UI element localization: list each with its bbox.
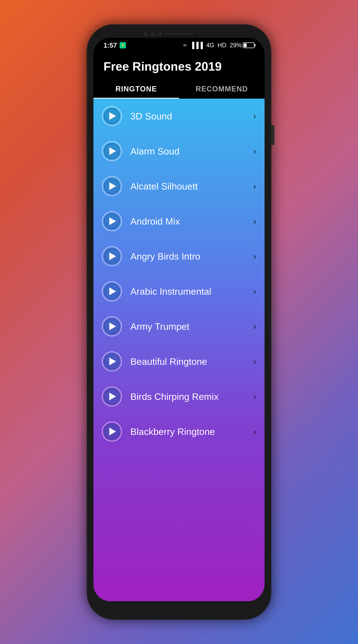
network-type: 4G <box>206 42 214 49</box>
chevron-icon-9: › <box>253 427 256 436</box>
status-right: ≈ ▐▐▐ 4G HD 29% <box>183 42 254 49</box>
power-button[interactable] <box>271 125 274 145</box>
app-header: Free Ringtones 2019 <box>94 53 264 80</box>
camera-dot-2 <box>151 32 155 36</box>
ringtone-list: 3D Sound › Alarm Soud › Al <box>94 98 264 449</box>
list-item[interactable]: Android Mix › <box>94 204 264 239</box>
play-icon-2 <box>110 182 116 190</box>
play-icon-5 <box>110 288 116 295</box>
play-icon-4 <box>110 252 116 260</box>
chevron-icon-6: › <box>253 322 256 331</box>
app-title: Free Ringtones 2019 <box>104 60 254 73</box>
tab-bar: RINGTONE RECOMMEND <box>94 80 264 98</box>
battery-icon <box>243 42 254 48</box>
ringtone-name-1: Alarm Soud <box>130 146 253 157</box>
play-icon-6 <box>110 323 116 330</box>
play-icon-9 <box>110 428 116 435</box>
play-button-5[interactable] <box>102 281 122 301</box>
play-button-2[interactable] <box>102 176 122 196</box>
chevron-icon-3: › <box>253 216 256 226</box>
play-button-4[interactable] <box>102 246 122 266</box>
list-item[interactable]: Army Trumpet › <box>94 309 264 344</box>
list-item[interactable]: Beautiful Ringtone › <box>94 344 264 379</box>
chevron-icon-8: › <box>253 392 256 401</box>
play-button-8[interactable] <box>102 386 122 406</box>
chevron-icon-1: › <box>253 146 256 156</box>
ringtone-name-8: Birds Chirping Remix <box>130 391 253 402</box>
list-item[interactable]: Angry Birds Intro › <box>94 239 264 274</box>
list-item[interactable]: Arabic Instrumental › <box>94 274 264 309</box>
ringtone-name-0: 3D Sound <box>130 111 253 122</box>
play-button-7[interactable] <box>102 351 122 372</box>
play-icon-1 <box>110 148 116 155</box>
chevron-icon-0: › <box>253 111 256 121</box>
notification-icon: ⚡ <box>120 42 126 48</box>
phone-frame: 1:57 ⚡ ≈ ▐▐▐ 4G HD 29% Free Ringto <box>87 24 271 620</box>
play-icon-7 <box>110 358 116 365</box>
list-item[interactable]: Alcatel Silhouett › <box>94 169 264 204</box>
list-item[interactable]: Blackberry Ringtone › <box>94 414 264 449</box>
chevron-icon-2: › <box>253 181 256 191</box>
phone-screen: 1:57 ⚡ ≈ ▐▐▐ 4G HD 29% Free Ringto <box>94 38 264 601</box>
list-item[interactable]: Alarm Soud › <box>94 134 264 169</box>
play-icon-8 <box>110 393 116 400</box>
chevron-icon-5: › <box>253 286 256 296</box>
ringtone-name-2: Alcatel Silhouett <box>130 181 253 192</box>
ringtone-name-6: Army Trumpet <box>130 321 253 332</box>
list-item[interactable]: Birds Chirping Remix › <box>94 379 264 414</box>
ringtone-name-5: Arabic Instrumental <box>130 286 253 297</box>
camera-area <box>144 32 162 36</box>
status-time: 1:57 <box>104 42 117 49</box>
play-button-0[interactable] <box>102 106 122 126</box>
list-item[interactable]: 3D Sound › <box>94 98 264 134</box>
play-button-6[interactable] <box>102 316 122 336</box>
signal-bars: ▐▐▐ <box>190 42 203 49</box>
play-button-1[interactable] <box>102 141 122 161</box>
status-left: 1:57 ⚡ <box>104 42 126 49</box>
hd-badge: HD <box>218 42 226 49</box>
play-button-9[interactable] <box>102 422 122 442</box>
play-icon-0 <box>110 112 116 120</box>
chevron-icon-7: › <box>253 356 256 366</box>
ringtone-name-9: Blackberry Ringtone <box>130 426 253 437</box>
tab-ringtone[interactable]: RINGTONE <box>94 80 179 98</box>
ringtone-name-4: Angry Birds Intro <box>130 251 253 262</box>
play-icon-3 <box>110 218 116 225</box>
battery-fill <box>244 44 246 47</box>
speaker-grill <box>164 33 194 35</box>
tab-recommend[interactable]: RECOMMEND <box>179 80 264 98</box>
battery-percent: 29% <box>230 42 242 49</box>
chevron-icon-4: › <box>253 252 256 261</box>
content-area: 3D Sound › Alarm Soud › Al <box>94 98 264 601</box>
status-bar: 1:57 ⚡ ≈ ▐▐▐ 4G HD 29% <box>94 38 264 53</box>
play-button-3[interactable] <box>102 211 122 231</box>
camera-dot-1 <box>144 32 148 36</box>
ringtone-name-3: Android Mix <box>130 216 253 227</box>
wifi-icon: ≈ <box>183 42 187 49</box>
battery-indicator: 29% <box>230 42 254 49</box>
ringtone-name-7: Beautiful Ringtone <box>130 356 253 367</box>
camera-dot-3 <box>158 32 162 36</box>
